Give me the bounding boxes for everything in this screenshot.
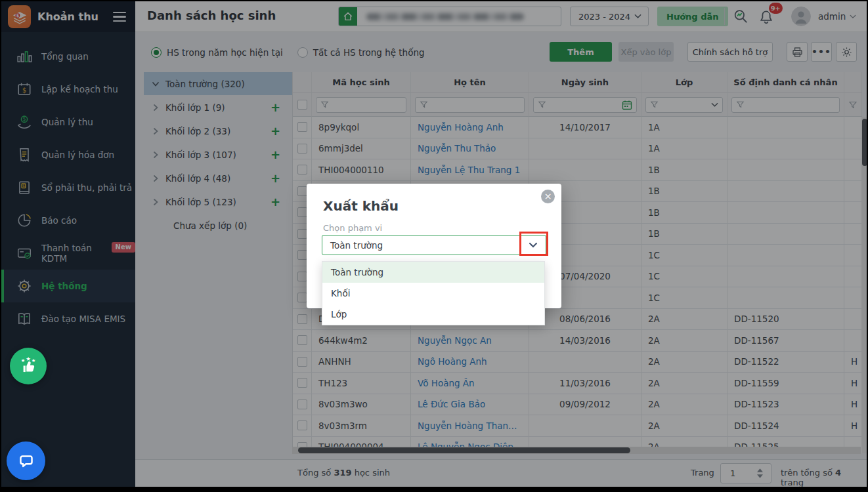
scope-option-2[interactable]: Khối [322,283,544,304]
screen: $ Khoản thu Tổng quan$Lập kế hoạch thu$Q… [1,1,867,487]
scope-label: Chọn phạm vi [323,223,382,233]
scope-option-1[interactable]: Toàn trường [322,262,544,283]
thumbs-up-stars-icon: ★★★ [17,355,39,377]
scope-option-3[interactable]: Lớp [322,304,544,325]
svg-text:★: ★ [21,358,26,363]
chat-bubble-icon [16,451,37,472]
modal-title: Xuất khẩu [323,198,399,214]
chat-button[interactable] [7,441,45,480]
chevron-down-icon[interactable] [521,236,546,255]
app-window: $ Khoản thu Tổng quan$Lập kế hoạch thu$Q… [0,0,868,492]
close-icon[interactable]: × [541,190,555,203]
feedback-button[interactable]: ★★★ [10,348,47,384]
scope-dropdown: Toàn trườngKhốiLớp [322,261,545,325]
svg-text:★: ★ [32,358,36,363]
scope-select-value: Toàn trường [322,240,521,251]
scope-select[interactable]: Toàn trường [322,235,546,255]
svg-text:★: ★ [26,356,31,362]
